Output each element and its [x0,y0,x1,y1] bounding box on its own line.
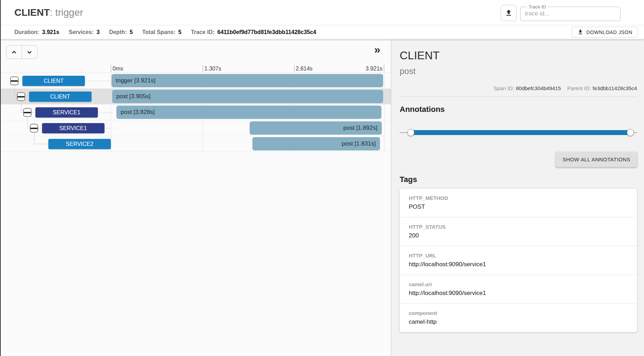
span-id-label: Span ID: [494,85,514,91]
header-bar: CLIENT: trigger Trace ID [1,0,644,25]
collapse-toggle-icon[interactable] [23,108,32,117]
service-chip[interactable]: CLIENT [29,92,91,102]
detail-service-name: CLIENT [400,49,637,62]
span-bar-label: post [1.831s] [252,137,380,150]
tag-value: camel-http [409,318,630,325]
span-row[interactable]: CLIENTpost [3.905s] [1,89,391,105]
span-row[interactable]: CLIENTtrigger [3.921s] [1,73,391,89]
trace-stat: Trace ID:6411b0ef9d77bd81fe3dbb11428c35c… [191,29,316,35]
tag-key: component [409,310,630,316]
timeline-tick: 0ms [111,65,123,72]
span-bar-label: trigger [3.921s] [111,74,383,87]
title-separator: : [50,7,55,18]
span-detail-panel: CLIENT post Span ID:80dbefc304b49415Pare… [391,39,644,356]
trace-id-field-label: Trace ID [527,4,548,9]
next-span-button[interactable] [22,46,38,59]
trace-stat-value: 3 [96,29,100,35]
trace-stat-value: 5 [130,29,133,35]
tag-key: camel.uri [409,281,630,287]
trace-summary-bar: Duration:3.921sServices:3Depth:5Total Sp… [1,25,644,39]
span-tree-cell: SERVICE2 [1,136,111,152]
trace-stats: Duration:3.921sServices:3Depth:5Total Sp… [14,29,326,35]
tag-item: HTTP_URLhttp://localhost:9090/service1 [400,246,637,275]
title-service-name: CLIENT [14,7,50,18]
tag-value: http://localhost:9090/service1 [409,290,630,297]
tag-key: HTTP_URL [409,253,630,258]
span-row[interactable]: SERVICE1post [3.828s] [1,105,391,120]
span-bar[interactable]: trigger [3.921s] [111,74,383,87]
parent-id-label: Parent ID: [567,85,591,91]
toggle-minus-bar [18,96,25,98]
slider-handle-start[interactable] [407,129,414,136]
tag-key: HTTP_METHOD [409,195,630,201]
tag-key: HTTP_STATUS [409,224,630,230]
tag-item: HTTP_METHODPOST [400,189,637,217]
span-bar[interactable]: post [3.905s] [112,90,383,103]
span-bar[interactable]: post [3.828s] [116,106,381,119]
service-chip[interactable]: SERVICE1 [35,107,98,117]
span-bar[interactable]: post [1.892s] [250,121,381,135]
page-title: CLIENT: trigger [14,7,83,18]
timeline-bottom-strip [1,353,391,356]
timeline-panel: » 0ms1.307s2.614s3.921s CLIENTtrigger [3… [1,39,391,356]
timeline-ruler: 0ms1.307s2.614s3.921s [1,64,391,73]
trace-id-field: Trace ID [520,4,621,21]
previous-span-button[interactable] [6,46,22,59]
span-bar-cell: trigger [3.921s] [111,73,391,88]
title-span-name: trigger [55,7,83,18]
service-chip[interactable]: SERVICE1 [42,123,104,133]
upload-trace-button[interactable] [501,5,517,21]
header-actions: Trace ID [501,4,621,21]
trace-viewer-app: CLIENT: trigger Trace ID Duration:3.921s… [0,0,644,356]
timeline-tick: 2.614s [294,65,313,72]
trace-stat-label: Trace ID: [191,29,215,35]
parent-id-value: fe3dbb11428c35c4 [592,85,637,91]
span-bar-label: post [3.828s] [116,106,381,119]
span-tree-cell: CLIENT [1,73,111,88]
tag-item: componentcamel-http [400,304,637,332]
collapse-toggle-icon[interactable] [30,124,38,133]
span-bar[interactable]: post [1.831s] [252,137,380,150]
slider-selected-range[interactable] [411,130,630,135]
span-id-value: 80dbefc304b49415 [516,85,561,91]
show-all-annotations-button[interactable]: SHOW ALL ANNOTATIONS [556,152,637,167]
main-content: » 0ms1.307s2.614s3.921s CLIENTtrigger [3… [1,39,644,356]
trace-stat-label: Duration: [14,29,39,35]
annotations-heading: Annotations [400,105,637,114]
trace-stat-value: 5 [178,29,182,35]
upload-icon [505,9,513,17]
tag-value: http://localhost:9090/service1 [409,261,630,268]
download-json-button[interactable]: DOWNLOAD JSON [572,27,638,38]
trace-stat: Duration:3.921s [14,29,59,35]
service-chip[interactable]: CLIENT [22,76,85,86]
span-row[interactable]: SERVICE1post [1.892s] [1,120,391,136]
detail-span-name: post [400,66,637,76]
tags-heading: Tags [400,175,637,184]
toggle-minus-bar [24,112,31,113]
show-all-annotations-wrap: SHOW ALL ANNOTATIONS [400,152,637,167]
download-icon [577,29,583,35]
span-tree-cell: CLIENT [1,89,111,104]
service-chip[interactable]: SERVICE2 [48,139,111,149]
trace-stat: Depth:5 [109,29,133,35]
span-rows: CLIENTtrigger [3.921s]CLIENTpost [3.905s… [1,73,391,152]
chevron-down-icon [26,48,33,56]
toggle-minus-bar [30,128,38,129]
tags-card: HTTP_METHODPOSTHTTP_STATUS200HTTP_URLhtt… [400,189,637,332]
annotations-range-slider [400,129,637,136]
tag-value: 200 [409,232,630,239]
collapse-toggle-icon[interactable] [17,92,25,101]
tag-item: camel.urihttp://localhost:9090/service1 [400,275,637,304]
timeline-tick: 3.921s [366,65,384,72]
trace-stat-label: Services: [69,29,94,35]
tag-item: HTTP_STATUS200 [400,217,637,246]
span-row[interactable]: SERVICE2post [1.831s] [1,136,391,152]
trace-id-input[interactable] [524,9,617,17]
trace-stat-value: 3.921s [42,29,59,35]
trace-stat-label: Depth: [109,29,127,35]
trace-stat-value: 6411b0ef9d77bd81fe3dbb11428c35c4 [217,29,316,35]
timeline-tick: 1.307s [203,65,221,72]
collapse-toggle-icon[interactable] [10,76,19,85]
slider-handle-end[interactable] [627,129,634,136]
double-chevron-right-icon[interactable]: » [372,43,382,55]
